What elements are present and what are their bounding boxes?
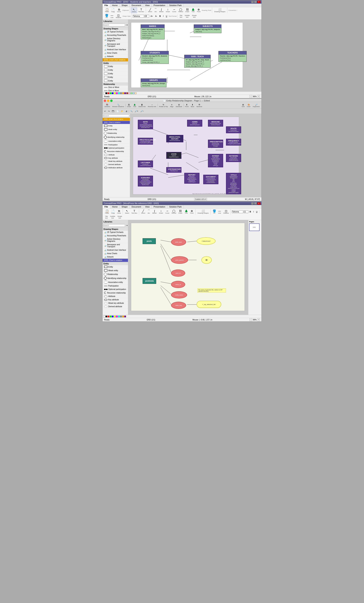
oval-meta-key[interactable]: meta_key <box>171 302 186 309</box>
entity-state[interactable]: STATE StateID StateDescription <box>166 152 181 159</box>
win3-textbox-btn[interactable]: TText Box <box>130 209 138 215</box>
color-cyan[interactable] <box>118 92 120 94</box>
win2-derived-attr-item[interactable]: Derived attribute <box>103 163 130 166</box>
win3-color-magenta[interactable] <box>116 315 118 317</box>
color-purple[interactable] <box>124 92 126 94</box>
entity-vitals[interactable]: VITALS VitalDatetime Temperature RR HR S… <box>226 173 241 194</box>
win2-min-btn[interactable] <box>107 100 109 102</box>
subtitle-text-btn[interactable]: Subtitletext <box>184 14 191 19</box>
drawing-shapes-btn[interactable]: ⬜Drawing Shapes <box>213 8 226 13</box>
win2-open-btn[interactable]: 📂 <box>120 110 124 113</box>
entity-postmeta[interactable]: postmeta <box>142 278 156 284</box>
sidebar-android[interactable]: 📊 Android User Interface <box>103 48 128 51</box>
win2-delete-link-btn[interactable]: 🗑Delete link <box>138 103 147 108</box>
win3-color-purple[interactable] <box>124 315 126 317</box>
win3-paste-btn[interactable]: 📋Paste <box>104 209 110 215</box>
win2-optional-part-item[interactable]: Optional participation <box>103 147 130 150</box>
entity-lecturer[interactable]: LECTURER LecturerID LecturerPassword <box>138 161 153 167</box>
win3-shadow-btn[interactable]: ◫Shadow <box>222 209 230 215</box>
win2-weak-key-attr-item[interactable]: Weak key attribute <box>103 160 130 163</box>
sidebar-entity-2[interactable]: Entity <box>103 68 128 72</box>
win3-sidebar-orcharts[interactable]: 📊 25 Typical Orcharts <box>103 231 128 234</box>
win1-minimize-btn[interactable]: _ <box>251 1 254 3</box>
select-btn[interactable]: ↖Select <box>131 8 137 13</box>
win3-color-black[interactable] <box>106 315 107 317</box>
entity-teachers[interactable]: TEACHERS Teacher_Id(Long) PK:PK_Teachers… <box>218 51 247 62</box>
shadow-btn[interactable]: ◫Shadow <box>115 13 122 19</box>
oval-post-type[interactable]: post_type <box>171 238 186 246</box>
win2-grid-btn[interactable]: ⊞Grid <box>241 103 246 108</box>
win3-underline-btn[interactable]: U <box>255 210 258 213</box>
menu-solution-park[interactable]: Solution Park <box>167 4 184 7</box>
sidebar-manage-btn[interactable]: ⚙ <box>126 24 128 26</box>
win3-weak-key-attr-item[interactable]: Weak key attribute <box>103 302 128 305</box>
win1-zoom-in-btn[interactable]: + <box>258 95 260 98</box>
win3-menu-file[interactable]: File <box>103 205 110 209</box>
win3-identifying-rel-item[interactable]: Identifying relationship <box>103 276 128 280</box>
line-btn[interactable]: —Line <box>110 13 114 19</box>
round-btn[interactable]: ◯Round <box>178 8 184 13</box>
font-inc-btn[interactable]: A+ <box>150 15 154 18</box>
win3-close-btn[interactable]: ✕ <box>257 202 260 205</box>
win2-sidebar-search-input[interactable] <box>103 115 129 117</box>
color-yellow[interactable] <box>114 92 116 94</box>
entity-medication-history[interactable]: MEDICATION-HISTORY MedicineDatetime <box>166 135 183 142</box>
oval-meta-value[interactable]: meta_value <box>171 291 187 299</box>
bezier-btn[interactable]: ∫Bezier <box>158 8 164 13</box>
sidebar-entity-5[interactable]: Entity <box>103 79 128 83</box>
win3-point-btn[interactable]: ⊕Point <box>189 209 195 215</box>
color-blue[interactable] <box>112 92 114 94</box>
win2-key-attr-item[interactable]: Key attribute <box>103 157 130 160</box>
win2-back-btn[interactable]: ⬇Back <box>190 103 195 108</box>
menu-presentation[interactable]: Presentation <box>152 4 167 7</box>
simple-text-btn[interactable]: Simpletext <box>191 14 198 19</box>
sidebar-artwork[interactable]: 📊 Artwork <box>103 55 128 58</box>
win3-sidebar-activedir[interactable]: 📊 Active Directory Diagrams <box>103 237 128 243</box>
win3-zoom-out-btn[interactable]: − <box>249 318 252 321</box>
entity-medicine[interactable]: MEDICINE MedicineBarCode MedicineName <box>208 120 223 127</box>
win3-font-size-input[interactable] <box>244 210 248 213</box>
sidebar-orcharts[interactable]: 📊 25 Typical Orcharts <box>103 30 128 34</box>
entity-posts[interactable]: posts <box>142 238 156 244</box>
menu-shape[interactable]: Shape <box>120 4 130 7</box>
win2-color-btn[interactable]: 🎨Color <box>246 103 251 108</box>
win2-distribute-btn[interactable]: ⊟Distribute <box>175 103 183 108</box>
win3-bold-btn[interactable]: B <box>249 210 252 213</box>
win2-reverse-link-btn[interactable]: ↔Reverse link <box>147 103 157 108</box>
bold-btn[interactable]: B <box>158 15 162 18</box>
win2-undo-btn[interactable]: ↩ <box>103 110 107 113</box>
win3-sidebar-android[interactable]: 📊 Android User Interface <box>103 248 128 252</box>
entity-statehistory[interactable]: STETEHISTORY TitleAttached <box>166 167 181 173</box>
win3-derived-attr-item[interactable]: Derived attribute <box>103 305 128 308</box>
win2-zoom-selector-btn[interactable]: Custom 41% ▾ <box>194 198 207 200</box>
win3-curve-btn[interactable]: ∽Curve <box>164 209 170 215</box>
sidebar-activedir[interactable]: 📊 Active Directory Diagrams <box>103 37 128 42</box>
tree-btn[interactable]: 🌲Tree <box>190 8 196 13</box>
arc-btn[interactable]: ⌒Arc <box>153 8 158 13</box>
win3-color-cyan[interactable] <box>118 315 120 317</box>
color-pink[interactable] <box>128 92 130 94</box>
sidebar-area-charts[interactable]: 📊 Area Charts <box>103 51 128 55</box>
italic-btn[interactable]: I <box>162 15 164 18</box>
win3-sidebar-manage-btn[interactable]: ⚙ <box>126 224 128 227</box>
clone-btn[interactable]: ⧉Clone <box>116 8 122 13</box>
entity-admin[interactable]: ADMIN AdminID AdminPassword <box>187 120 202 127</box>
win3-round-btn[interactable]: ◯Round <box>171 209 177 215</box>
entity-marks[interactable]: MARKS Mark_Id(Long) PK:PK_Marks Student_… <box>141 24 164 39</box>
sidebar-entity-3[interactable]: Entity <box>103 72 128 75</box>
win3-menu-shape[interactable]: Shape <box>120 205 130 209</box>
oval-wp-attached-file[interactable]: ='_wp_attached_file' <box>197 301 221 308</box>
win3-color-orange[interactable] <box>122 315 124 317</box>
entity-report[interactable]: REPORT ReportID ReportName ReportDatetim… <box>184 173 200 184</box>
oval-meta-id[interactable]: meta_id <box>171 281 185 288</box>
win2-chain-btn[interactable]: ⛓Chain <box>126 103 132 108</box>
color-light-green[interactable] <box>130 92 132 94</box>
win2-chen-item[interactable]: ERD, Chen's notation <box>103 121 130 124</box>
win3-select-btn[interactable]: ↖Select <box>124 209 130 215</box>
win3-participation-item[interactable]: Participation <box>103 284 128 288</box>
title-text-btn[interactable]: Titletext <box>179 14 183 19</box>
color-moccasin[interactable] <box>135 92 137 94</box>
menu-view[interactable]: View <box>143 4 152 7</box>
win3-color-green[interactable] <box>110 315 111 317</box>
color-white[interactable] <box>103 92 105 94</box>
